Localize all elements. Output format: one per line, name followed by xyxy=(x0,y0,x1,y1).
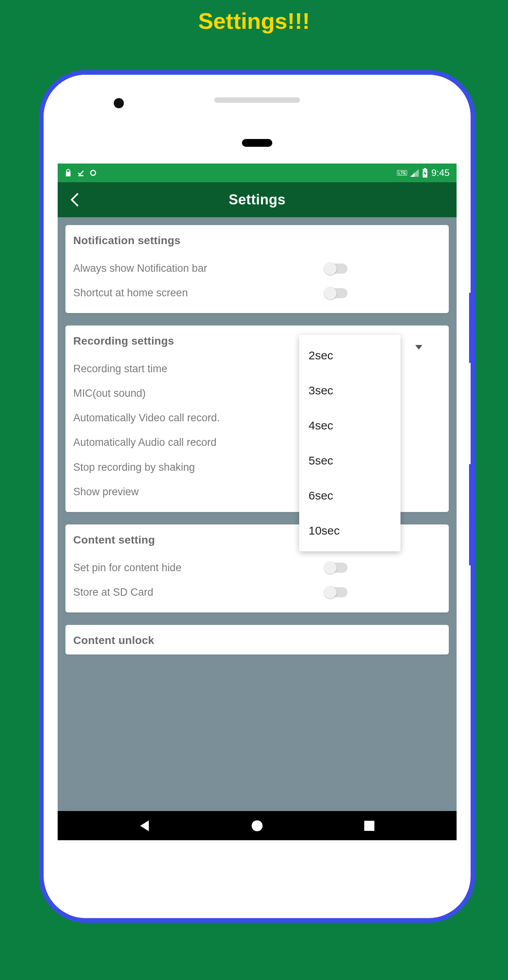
content-area: Notification settings Always show Notifi… xyxy=(58,217,457,811)
clock-text: 9:45 xyxy=(431,167,450,178)
dropdown-option[interactable]: 10sec xyxy=(299,513,400,548)
nav-recent-icon[interactable] xyxy=(362,819,376,833)
toggle-switch[interactable] xyxy=(325,264,347,274)
nav-back-icon[interactable] xyxy=(138,819,152,833)
camera-icon xyxy=(114,98,124,108)
dropdown-option[interactable]: 2sec xyxy=(299,338,400,373)
app-bar: Settings xyxy=(58,182,457,217)
battery-icon xyxy=(422,168,428,178)
status-bar: LTE 9:45 xyxy=(58,164,457,182)
lock-icon xyxy=(65,169,72,177)
lte-icon: LTE xyxy=(397,170,407,176)
nav-bar xyxy=(58,811,457,840)
svg-rect-3 xyxy=(364,821,374,831)
speaker-icon xyxy=(214,97,300,103)
toggle-switch[interactable] xyxy=(325,563,347,573)
setting-row[interactable]: Store at SD Card xyxy=(73,580,441,605)
promo-title: Settings!!! xyxy=(0,0,508,34)
phone-bezel-top xyxy=(44,75,471,145)
notification-settings-card: Notification settings Always show Notifi… xyxy=(65,225,449,313)
setting-row[interactable]: Shortcut at home screen xyxy=(73,281,441,305)
svg-point-2 xyxy=(252,820,263,831)
circle-icon xyxy=(90,169,97,177)
setting-row[interactable]: Always show Notification bar xyxy=(73,256,441,281)
toggle-switch[interactable] xyxy=(325,587,347,597)
phone-side-button xyxy=(469,293,473,363)
dropdown-option[interactable]: 3sec xyxy=(299,373,400,408)
phone-side-button xyxy=(469,464,473,565)
nav-home-icon[interactable] xyxy=(250,819,264,833)
check-icon xyxy=(77,169,84,177)
content-unlock-card: Content unlock xyxy=(65,625,449,655)
setting-label: Store at SD Card xyxy=(73,586,325,599)
section-title: Notification settings xyxy=(73,234,441,247)
sensor-pill-icon xyxy=(242,139,272,147)
section-title: Content unlock xyxy=(73,634,441,647)
setting-label: Shortcut at home screen xyxy=(73,286,325,300)
dropdown-option[interactable]: 5sec xyxy=(299,443,400,478)
toggle-switch[interactable] xyxy=(325,288,347,298)
page-title: Settings xyxy=(229,192,286,208)
phone-frame: LTE 9:45 Settings Notification settings … xyxy=(39,70,475,923)
signal-icon xyxy=(410,169,419,177)
setting-row[interactable]: Set pin for content hide xyxy=(73,556,441,580)
setting-label: Always show Notification bar xyxy=(73,262,325,275)
setting-label: Set pin for content hide xyxy=(73,561,325,575)
dropdown-option[interactable]: 4sec xyxy=(299,408,400,443)
dropdown-arrow-icon[interactable] xyxy=(415,345,422,350)
back-icon[interactable] xyxy=(69,192,81,208)
dropdown-option[interactable]: 6sec xyxy=(299,478,400,513)
svg-point-1 xyxy=(91,171,96,176)
screen: LTE 9:45 Settings Notification settings … xyxy=(58,164,457,840)
dropdown-menu: 2sec 3sec 4sec 5sec 6sec 10sec xyxy=(299,335,400,551)
